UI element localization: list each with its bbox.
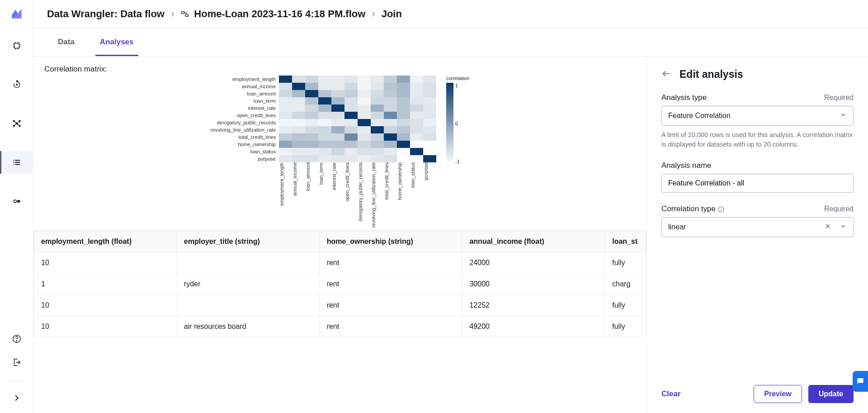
heatmap-cell xyxy=(292,83,305,90)
heatmap-cell xyxy=(344,126,358,133)
heatmap-cell xyxy=(318,148,331,155)
table-cell: ryder xyxy=(176,274,319,295)
column-header[interactable]: loan_st xyxy=(605,231,646,252)
breadcrumb-file[interactable]: Home-Loan 2023-11-16 4:18 PM.flow xyxy=(180,8,365,20)
nav-graph-icon[interactable] xyxy=(0,112,33,135)
analysis-main: Correlation matrix: employment_lengthann… xyxy=(33,57,646,413)
heatmap-y-label: home_ownership xyxy=(238,141,279,148)
heatmap-cell xyxy=(410,126,423,133)
column-header[interactable]: home_ownership (string) xyxy=(319,231,462,252)
chat-tab-icon[interactable] xyxy=(853,371,868,392)
heatmap-cell xyxy=(410,141,423,148)
heatmap-cell xyxy=(410,104,423,112)
chart-title: Correlation matrix: xyxy=(44,65,636,74)
breadcrumb-root[interactable]: Data Wrangler: Data flow xyxy=(47,8,165,20)
breadcrumb: Data Wrangler: Data flow › Home-Loan 202… xyxy=(33,0,868,28)
heatmap-cell xyxy=(331,97,344,104)
heatmap-cell xyxy=(397,76,410,83)
table-cell: rent xyxy=(319,316,462,337)
heatmap-cell xyxy=(358,83,371,90)
heatmap-x-label: purpose xyxy=(423,162,436,230)
nav-refresh-icon[interactable] xyxy=(0,73,33,96)
heatmap-cell xyxy=(410,90,423,97)
table-row[interactable]: 10rent24000fully xyxy=(34,252,646,274)
heatmap-cell xyxy=(410,133,423,141)
heatmap-cell xyxy=(384,90,397,97)
logout-icon[interactable] xyxy=(12,357,22,369)
table-cell: 10 xyxy=(34,252,177,274)
nav-shapes-icon[interactable] xyxy=(0,190,33,213)
heatmap-y-label: interest_rate xyxy=(248,104,279,112)
table-cell: rent xyxy=(319,295,462,316)
heatmap-cell xyxy=(423,76,436,83)
heatmap-x-label: loan_amount xyxy=(305,162,318,230)
heatmap-cell xyxy=(318,155,331,162)
heatmap-cell xyxy=(371,126,384,133)
heatmap-cell xyxy=(305,126,318,133)
expand-rail-icon[interactable] xyxy=(12,393,22,405)
correlation-type-select[interactable]: linear xyxy=(661,217,854,237)
heatmap-cell xyxy=(318,76,331,83)
data-preview-table[interactable]: employment_length (float)employer_title … xyxy=(33,230,646,337)
heatmap-cell xyxy=(397,104,410,112)
tab-data[interactable]: Data xyxy=(53,28,79,56)
chevron-down-icon xyxy=(840,111,847,120)
app-logo[interactable] xyxy=(9,6,24,21)
svg-rect-0 xyxy=(14,43,19,48)
table-cell: fully xyxy=(605,316,646,337)
nav-compute-icon[interactable] xyxy=(0,34,33,57)
heatmap-cell xyxy=(344,141,358,148)
heatmap-cell xyxy=(331,133,344,141)
info-icon[interactable] xyxy=(717,206,725,213)
svg-point-10 xyxy=(16,341,17,341)
heatmap-cell xyxy=(423,119,436,126)
analysis-name-input[interactable] xyxy=(661,174,854,193)
heatmap-cell xyxy=(318,133,331,141)
svg-point-8 xyxy=(17,200,19,202)
help-icon[interactable] xyxy=(12,334,22,346)
svg-point-7 xyxy=(14,200,16,203)
edit-analysis-panel: Edit analysis Analysis typeRequired Feat… xyxy=(646,57,868,413)
table-cell: fully xyxy=(605,252,646,274)
column-header[interactable]: employment_length (float) xyxy=(34,231,177,252)
tab-analyses[interactable]: Analyses xyxy=(95,28,138,56)
heatmap-cell xyxy=(331,83,344,90)
table-cell: 10 xyxy=(34,295,177,316)
heatmap-cell xyxy=(331,76,344,83)
table-cell: fully xyxy=(605,295,646,316)
heatmap-cell xyxy=(384,112,397,119)
table-row[interactable]: 10rent12252fully xyxy=(34,295,646,316)
table-row[interactable]: 10air resources boardrent49200fully xyxy=(34,316,646,337)
heatmap-cell xyxy=(371,90,384,97)
heatmap-cell xyxy=(305,104,318,112)
heatmap-cell xyxy=(292,141,305,148)
heatmap-cell xyxy=(318,141,331,148)
heatmap-cell xyxy=(397,141,410,148)
clear-selection-icon[interactable] xyxy=(824,223,831,232)
heatmap-cell xyxy=(292,97,305,104)
clear-button[interactable]: Clear xyxy=(661,389,681,399)
heatmap-cell xyxy=(305,141,318,148)
heatmap-cell xyxy=(305,76,318,83)
heatmap-cell xyxy=(358,126,371,133)
analysis-type-select[interactable]: Feature Correlation xyxy=(661,106,854,126)
column-header[interactable]: annual_income (float) xyxy=(462,231,605,252)
heatmap-cell xyxy=(344,97,358,104)
heatmap-cell xyxy=(397,126,410,133)
table-cell: 49200 xyxy=(462,316,605,337)
heatmap-x-label: open_credit_lines xyxy=(344,162,358,230)
heatmap-cell xyxy=(384,148,397,155)
table-cell: 24000 xyxy=(462,252,605,274)
update-button[interactable]: Update xyxy=(808,385,854,403)
heatmap-cell xyxy=(305,83,318,90)
preview-button[interactable]: Preview xyxy=(754,385,802,403)
table-row[interactable]: 1ryderrent30000charg xyxy=(34,274,646,295)
back-arrow-icon[interactable] xyxy=(661,69,671,81)
nav-list-icon[interactable] xyxy=(0,151,33,174)
heatmap-cell xyxy=(331,119,344,126)
heatmap-cell xyxy=(358,104,371,112)
heatmap-cell xyxy=(423,148,436,155)
column-header[interactable]: employer_title (string) xyxy=(176,231,319,252)
panel-title: Edit analysis xyxy=(679,68,743,81)
heatmap-y-label: total_credit_lines xyxy=(238,133,279,141)
